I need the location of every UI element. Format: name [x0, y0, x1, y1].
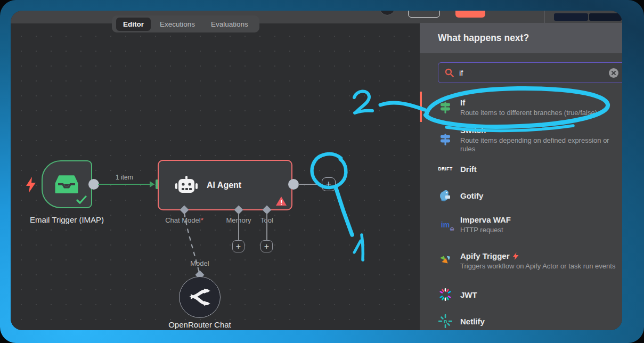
- connection-arrowhead: [150, 181, 154, 187]
- item-desc: Triggers workflow on Apify Actor or task…: [460, 262, 620, 271]
- share-button[interactable]: [408, 11, 440, 18]
- topbar-divider: [544, 11, 545, 23]
- trigger-bolt-icon: [25, 176, 37, 193]
- ai-agent-title: AI Agent: [207, 181, 241, 190]
- apify-logo: [438, 253, 453, 269]
- app-window: Editor Executions Evaluations Email T: [11, 11, 622, 330]
- imperva-logo: im⊕: [438, 217, 453, 233]
- top-bar: [11, 11, 622, 23]
- tab-editor[interactable]: Editor: [116, 18, 151, 31]
- node-option-jwt[interactable]: JWT: [420, 281, 622, 308]
- clear-icon[interactable]: [609, 68, 618, 78]
- item-desc: Route items to different branches (true/…: [460, 109, 621, 117]
- panel-header: What happens next?: [420, 23, 622, 53]
- tab-executions[interactable]: Executions: [153, 18, 202, 31]
- item-desc: HTTP request: [460, 226, 621, 234]
- node-option-netlify[interactable]: n Netlify: [420, 308, 622, 330]
- switch-filter-icon: [438, 132, 453, 148]
- item-name: Imperva WAF: [460, 215, 621, 224]
- email-trigger-label: Email Trigger (IMAP): [20, 215, 113, 224]
- node-option-switch[interactable]: Switch Route items depending on defined …: [420, 124, 622, 156]
- warning-icon: [275, 196, 287, 206]
- panel-title: What happens next?: [438, 32, 529, 44]
- model-connector-label: Model: [178, 259, 221, 267]
- success-check-icon: [76, 195, 87, 204]
- gotify-logo: [438, 187, 453, 203]
- item-name: Apify Trigger: [460, 251, 621, 260]
- inbox-icon: [54, 174, 79, 195]
- search-input[interactable]: [459, 68, 609, 77]
- node-option-if[interactable]: If Route items to different branches (tr…: [420, 92, 622, 124]
- item-desc: Route items depending on defined express…: [460, 136, 621, 153]
- trigger-bolt-icon: [513, 252, 519, 260]
- node-option-drift[interactable]: DRIFT Drift: [420, 156, 622, 182]
- add-memory-button[interactable]: +: [232, 240, 244, 252]
- item-name: JWT: [460, 290, 621, 299]
- drift-logo: DRIFT: [438, 161, 453, 177]
- item-name: Netlify: [460, 317, 621, 326]
- workflow-canvas[interactable]: Email Trigger (IMAP) 1 item: [11, 23, 430, 330]
- item-name: Drift: [460, 165, 621, 174]
- openrouter-label: OpenRouter Chat Model: [152, 320, 248, 330]
- if-filter-icon: [438, 100, 453, 116]
- view-tabbar: Editor Executions Evaluations: [112, 15, 259, 32]
- node-option-imperva-waf[interactable]: im⊕ Imperva WAF HTTP request: [420, 209, 622, 241]
- topbar-navy-button-1[interactable]: [554, 13, 588, 21]
- node-picker-panel: What happens next?: [420, 23, 622, 330]
- avatar[interactable]: [379, 11, 395, 15]
- jwt-logo: [438, 287, 453, 303]
- connection-item-count: 1 item: [116, 174, 133, 181]
- connection-line: [98, 184, 154, 185]
- add-tool-button[interactable]: +: [260, 240, 273, 252]
- add-next-node-button[interactable]: +: [322, 177, 336, 191]
- item-name: Switch: [460, 126, 621, 135]
- robot-icon: [175, 175, 198, 195]
- next-node-stub-line: [298, 184, 323, 185]
- search-icon: [445, 68, 454, 77]
- openrouter-icon: [189, 288, 210, 306]
- agent-output-handle[interactable]: [288, 179, 299, 190]
- svg-text:n: n: [444, 318, 447, 324]
- item-name: If: [460, 98, 621, 107]
- node-search-box[interactable]: [438, 62, 622, 83]
- topbar-navy-button-2[interactable]: [589, 13, 622, 21]
- tool-stub-line: [266, 213, 267, 241]
- node-openrouter-chat-model[interactable]: [179, 276, 221, 318]
- email-output-handle[interactable]: [88, 179, 99, 190]
- tab-evaluations[interactable]: Evaluations: [204, 18, 255, 31]
- window-frame: Editor Executions Evaluations Email T: [0, 0, 644, 343]
- node-option-apify-trigger[interactable]: Apify Trigger Triggers workflow on Apify…: [420, 241, 622, 281]
- item-name: Gotify: [460, 191, 621, 200]
- node-option-gotify[interactable]: Gotify: [420, 182, 622, 209]
- node-email-trigger[interactable]: [42, 160, 92, 208]
- save-button[interactable]: [455, 11, 485, 18]
- node-ai-agent[interactable]: AI Agent: [158, 160, 292, 210]
- netlify-logo: n: [438, 313, 453, 329]
- memory-stub-line: [238, 213, 239, 241]
